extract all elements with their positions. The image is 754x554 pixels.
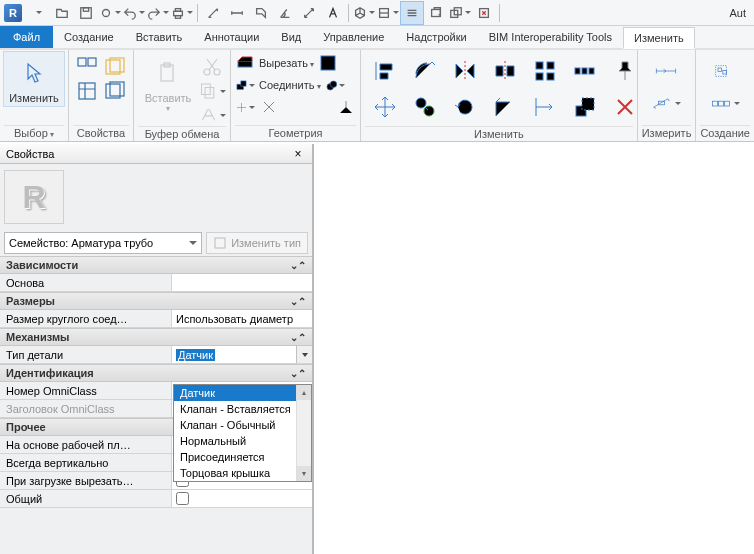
- uncut-icon[interactable]: [318, 53, 338, 73]
- view3d-icon[interactable]: [353, 2, 375, 24]
- angle-icon[interactable]: [274, 2, 296, 24]
- edit-type-button[interactable]: Изменить тип: [206, 232, 308, 254]
- copy-icon[interactable]: [407, 90, 443, 124]
- mirror-axis-icon[interactable]: [447, 54, 483, 88]
- paste-label: Вставить: [145, 92, 192, 104]
- sync-icon[interactable]: [99, 2, 121, 24]
- prop-value[interactable]: [172, 274, 312, 291]
- dropdown-option[interactable]: Клапан - Вставляется: [174, 401, 311, 417]
- match-type-icon[interactable]: [198, 104, 226, 126]
- trim-extend-corner-icon[interactable]: [487, 90, 523, 124]
- group-identity[interactable]: Идентификация⌄⌃: [0, 364, 312, 382]
- move-icon[interactable]: [367, 90, 403, 124]
- tab-modify[interactable]: Изменить: [623, 27, 695, 49]
- dropdown-option[interactable]: Нормальный: [174, 433, 311, 449]
- prop-value[interactable]: [172, 490, 312, 507]
- thin-lines-icon[interactable]: [401, 2, 423, 24]
- print-icon[interactable]: [171, 2, 193, 24]
- properties-title: Свойства: [6, 148, 54, 160]
- tab-manage[interactable]: Управление: [312, 26, 395, 48]
- open-icon[interactable]: [51, 2, 73, 24]
- join-geometry-button[interactable]: Соединить: [259, 79, 321, 91]
- close-hidden-icon[interactable]: [425, 2, 447, 24]
- split-face-icon[interactable]: [325, 75, 345, 95]
- prop-value-part-type[interactable]: Датчик: [172, 346, 312, 363]
- close-inactive-icon[interactable]: [473, 2, 495, 24]
- group-mechanical[interactable]: Механизмы⌄⌃: [0, 328, 312, 346]
- paste-button[interactable]: Вставить ▾: [138, 52, 198, 115]
- tag-icon[interactable]: [250, 2, 272, 24]
- checkbox[interactable]: [176, 492, 189, 505]
- svg-rect-22: [205, 88, 214, 99]
- app-logo[interactable]: R: [4, 4, 22, 22]
- tab-bim-interop[interactable]: BIM Interoperability Tools: [478, 26, 623, 48]
- drawing-canvas[interactable]: [314, 144, 754, 554]
- svg-point-28: [330, 80, 337, 87]
- section-icon[interactable]: [298, 2, 320, 24]
- type-properties-icon[interactable]: [73, 80, 101, 102]
- svg-rect-42: [718, 68, 722, 72]
- array-icon[interactable]: [567, 54, 603, 88]
- measure-tool-icon[interactable]: [644, 88, 688, 118]
- redo-icon[interactable]: [147, 2, 169, 24]
- trim-extend-single-icon[interactable]: [527, 90, 563, 124]
- svg-rect-34: [547, 73, 554, 80]
- type-preview-thumb[interactable]: R: [4, 170, 64, 224]
- family-types-icon[interactable]: [101, 56, 129, 78]
- create-group-icon[interactable]: [702, 56, 746, 86]
- modify-tool-button[interactable]: Изменить: [4, 52, 64, 106]
- dropdown-option[interactable]: Клапан - Обычный: [174, 417, 311, 433]
- cope-cut-row: Вырезать: [235, 52, 356, 74]
- save-icon[interactable]: [75, 2, 97, 24]
- close-icon[interactable]: ×: [290, 146, 306, 162]
- cut-geometry-button[interactable]: Вырезать: [259, 57, 314, 69]
- tab-addins[interactable]: Надстройки: [395, 26, 477, 48]
- mirror-draw-icon[interactable]: [487, 54, 523, 88]
- scale-icon[interactable]: [567, 90, 603, 124]
- tab-view[interactable]: Вид: [270, 26, 312, 48]
- beam-joins-icon[interactable]: [259, 97, 279, 117]
- measure-icon[interactable]: [202, 2, 224, 24]
- offset-icon[interactable]: [407, 54, 443, 88]
- group-dimensions[interactable]: Размеры⌄⌃: [0, 292, 312, 310]
- demolish-icon[interactable]: [336, 97, 356, 117]
- dropdown-option[interactable]: Присоединяется: [174, 449, 311, 465]
- panel-select-label[interactable]: Выбор: [4, 125, 64, 141]
- wall-joins-icon[interactable]: [235, 97, 255, 117]
- panel-measure: Измерить: [638, 50, 697, 141]
- copy-clipboard-icon[interactable]: [198, 80, 226, 102]
- aligned-dimension-icon[interactable]: [644, 56, 688, 86]
- prop-label: Заголовок OmniClass: [0, 400, 172, 417]
- svg-rect-11: [88, 58, 96, 66]
- text-icon[interactable]: [322, 2, 344, 24]
- tab-file[interactable]: Файл: [0, 26, 53, 48]
- section-view-icon[interactable]: [377, 2, 399, 24]
- qat-customize[interactable]: [27, 2, 49, 24]
- tab-insert[interactable]: Вставить: [125, 26, 194, 48]
- property-grid: Зависимости⌄⌃ Основа Размеры⌄⌃ Размер кр…: [0, 256, 312, 554]
- type-selector[interactable]: Семейство: Арматура трубо: [4, 232, 202, 254]
- dropdown-option[interactable]: Торцовая крышка: [174, 465, 311, 481]
- cut-clipboard-icon[interactable]: [198, 56, 226, 78]
- create-similar-icon[interactable]: [702, 88, 746, 118]
- panel-select: Изменить Выбор: [0, 50, 69, 141]
- undo-icon[interactable]: [123, 2, 145, 24]
- cope-icon[interactable]: [235, 53, 255, 73]
- chevron-down-icon[interactable]: [296, 346, 312, 363]
- split-icon[interactable]: [527, 54, 563, 88]
- rotate-icon[interactable]: [447, 90, 483, 124]
- panel-properties-label: Свойства: [73, 125, 129, 141]
- tab-annotate[interactable]: Аннотации: [193, 26, 270, 48]
- tab-create[interactable]: Создание: [53, 26, 125, 48]
- align-dim-icon[interactable]: [226, 2, 248, 24]
- dropdown-option[interactable]: Датчик: [174, 385, 311, 401]
- properties-icon[interactable]: [73, 56, 101, 78]
- prop-value[interactable]: Использовать диаметр: [172, 310, 312, 327]
- svg-rect-37: [589, 68, 594, 74]
- project-units-icon[interactable]: [101, 80, 129, 102]
- cut-tool-icon[interactable]: [235, 75, 255, 95]
- switch-windows-icon[interactable]: [449, 2, 471, 24]
- dropdown-scrollbar[interactable]: ▴▾: [296, 385, 311, 481]
- group-dependencies[interactable]: Зависимости⌄⌃: [0, 256, 312, 274]
- align-icon[interactable]: [367, 54, 403, 88]
